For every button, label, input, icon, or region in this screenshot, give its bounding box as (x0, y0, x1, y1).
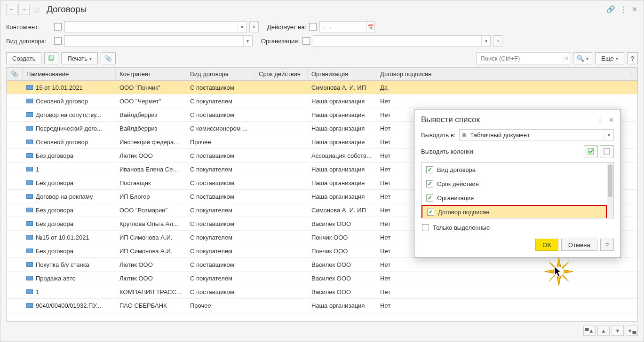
col-term[interactable]: Срок действия (255, 68, 308, 80)
table-row[interactable]: 1КОМПАНИЯ ТРАСС...С поставщикомВасилек О… (7, 285, 637, 299)
column-item[interactable]: ✓Организация (421, 191, 607, 205)
output-format-select[interactable]: 🗎 Табличный документ ▾ (459, 129, 614, 140)
attach-button[interactable]: 📎 (101, 52, 116, 64)
cell-attach (7, 149, 23, 162)
clear-search-icon[interactable]: × (563, 55, 570, 62)
cell-type: С комиссионером ... (186, 122, 255, 135)
cell-attach (7, 108, 23, 121)
chevron-down-icon[interactable]: ▾ (604, 130, 613, 140)
cell-name: 9040/00400/01932.ПУ... (23, 299, 116, 312)
nav-forward-button[interactable]: → (18, 4, 30, 15)
nav-top-button[interactable]: ▀▲ (583, 326, 596, 336)
cell-name: Посреднический дого... (23, 122, 116, 135)
table-nav: ▀▲ ▲ ▼ ▼▄ (6, 324, 638, 338)
cell-attach (7, 203, 23, 217)
table-row[interactable]: Покупка б/у станкаЛютик ОООС поставщиком… (7, 258, 637, 272)
cancel-button[interactable]: Отмена (561, 239, 597, 251)
check-all-button[interactable] (584, 145, 598, 157)
link-icon[interactable]: 🔗 (606, 5, 615, 14)
cell-kontragent: Лютик ООО (116, 258, 186, 271)
cell-name: Без договора (23, 176, 116, 189)
cell-term (255, 285, 308, 298)
nav-back-button[interactable]: ← (6, 4, 17, 15)
chevron-down-icon[interactable]: ▾ (481, 36, 490, 46)
nav-up-button[interactable]: ▲ (597, 326, 610, 336)
col-org[interactable]: Организация (308, 68, 376, 80)
print-button[interactable]: Печать▾ (61, 52, 98, 64)
create-button[interactable]: Создать (6, 52, 41, 64)
date-input[interactable]: 📅 (319, 21, 375, 32)
cell-name: 1 (23, 163, 116, 176)
toolbar: Создать Печать▾ 📎 × 🔍▾ Еще▾ ? (0, 49, 644, 67)
column-checkbox[interactable]: ✓ (427, 209, 434, 216)
cell-term (255, 244, 308, 257)
kontragent-checkbox[interactable] (54, 23, 62, 31)
column-label: Вид договора (437, 166, 476, 173)
contract-icon (26, 276, 33, 280)
table-row[interactable]: Основной договорООО "Чермет"С покупателе… (7, 94, 637, 108)
column-checkbox[interactable]: ✓ (426, 180, 433, 187)
cell-type: С покупателем (186, 272, 255, 285)
search-input[interactable]: × (476, 52, 570, 64)
kontragent-open-button[interactable]: ▫ (249, 21, 259, 32)
only-selected-checkbox[interactable] (422, 224, 429, 231)
menu-dots-icon[interactable]: ⋮ (620, 5, 627, 14)
column-item[interactable]: ✓Договор подписан (421, 205, 607, 218)
search-dropdown-button[interactable]: 🔍▾ (573, 52, 592, 64)
only-selected-label: Только выделенные (433, 224, 490, 231)
uncheck-all-button[interactable] (600, 145, 614, 157)
org-checkbox[interactable] (302, 37, 310, 45)
cell-name: Без договора (23, 149, 116, 162)
cell-term (255, 122, 308, 135)
column-item[interactable]: ✓Вид договора (421, 163, 607, 177)
cell-name: Без договора (23, 217, 116, 230)
vid-checkbox[interactable] (54, 37, 62, 45)
col-attach[interactable]: 📎 (7, 68, 23, 80)
chevron-down-icon[interactable]: ▾ (238, 22, 246, 32)
scrollbar-thumb[interactable] (608, 164, 612, 197)
org-label: Организация: (261, 38, 300, 45)
close-icon[interactable]: ✕ (632, 5, 638, 14)
more-button[interactable]: Еще▾ (595, 52, 624, 64)
cell-term (255, 94, 308, 108)
column-item[interactable]: ✓Срок действия (421, 177, 607, 191)
nav-bottom-button[interactable]: ▼▄ (626, 326, 638, 336)
col-type[interactable]: Вид договора (186, 68, 255, 80)
cell-org: Наша организация (308, 122, 376, 135)
dialog-help-button[interactable]: ? (600, 239, 614, 251)
contract-icon (26, 262, 33, 267)
col-kontragent[interactable]: Контрагент (116, 68, 186, 80)
column-checkbox[interactable]: ✓ (426, 194, 433, 202)
cell-attach (7, 231, 23, 244)
cell-signed: Нет (376, 299, 637, 312)
help-button[interactable]: ? (627, 52, 638, 64)
contract-icon (26, 194, 33, 199)
ok-button[interactable]: OK (535, 239, 558, 251)
org-input[interactable]: ▾ (313, 35, 491, 47)
col-signed[interactable]: Договор подписан ↑ (376, 68, 637, 80)
dialog-scrollbar[interactable] (607, 163, 613, 218)
columns-label: Выводить колонки: (421, 148, 475, 155)
chevron-down-icon[interactable]: ▾ (243, 36, 252, 46)
copy-button[interactable] (44, 52, 58, 64)
page-title: Договоры (47, 4, 606, 15)
kontragent-label: Контрагент: (6, 23, 51, 31)
column-checkbox[interactable]: ✓ (426, 166, 433, 173)
cell-kontragent: Поставщик (116, 176, 186, 189)
kontragent-input[interactable]: ▾ (64, 21, 247, 32)
cell-kontragent: Инспекция федера... (116, 135, 186, 148)
calendar-icon[interactable]: 📅 (366, 22, 374, 32)
cell-name: 1 (23, 285, 116, 298)
table-row[interactable]: 9040/00400/01932.ПУ...ПАО СБЕРБАНКПрочее… (7, 299, 637, 312)
nav-down-button[interactable]: ▼ (612, 326, 624, 336)
deistvuet-checkbox[interactable] (309, 23, 317, 31)
favorite-star-icon[interactable]: ☆ (33, 5, 43, 14)
vid-input[interactable]: ▾ (64, 35, 253, 47)
dialog-menu-icon[interactable]: ⋮ (597, 117, 603, 124)
org-open-button[interactable]: ▫ (493, 35, 502, 47)
col-name[interactable]: Наименование (23, 68, 116, 80)
dialog-close-icon[interactable]: ✕ (609, 117, 614, 124)
table-row[interactable]: 15 от 10.01.2021ООО "Пончик"С поставщико… (7, 81, 637, 94)
columns-list[interactable]: ✓Вид договора✓Срок действия✓Организация✓… (421, 162, 614, 218)
table-row[interactable]: Продажа автоЛютик ОООС покупателемВасиле… (7, 272, 637, 285)
